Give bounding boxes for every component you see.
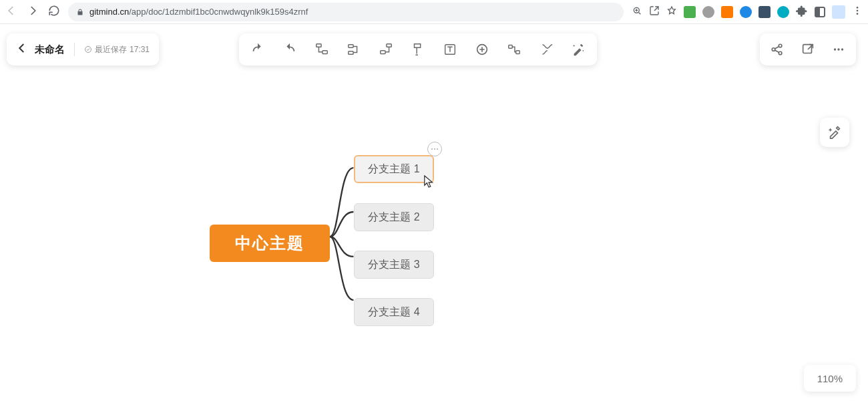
mindmap-canvas[interactable]: 中心主题 分支主题 1 分支主题 2 分支主题 3 分支主题 4 ⋯ bbox=[0, 24, 868, 401]
url-domain: gitmind.cn bbox=[89, 7, 129, 17]
url-bar[interactable]: gitmind.cn/app/doc/1dzmbif1bc0cnwdwqynlk… bbox=[68, 3, 624, 21]
branch-node-4[interactable]: 分支主题 4 bbox=[354, 298, 434, 326]
zoom-level: 110% bbox=[817, 373, 843, 384]
branch-node-3[interactable]: 分支主题 3 bbox=[354, 251, 434, 279]
url-path: /app/doc/1dzmbif1bc0cnwdwqynlk9k159s4zrn… bbox=[129, 7, 308, 17]
extension-icon-2[interactable] bbox=[702, 6, 714, 18]
branch-label: 分支主题 3 bbox=[368, 258, 419, 272]
root-node-label: 中心主题 bbox=[235, 233, 304, 254]
branch-label: 分支主题 1 bbox=[368, 162, 419, 176]
extension-icon-4[interactable] bbox=[740, 6, 752, 18]
profile-avatar[interactable] bbox=[832, 5, 845, 19]
back-button[interactable] bbox=[5, 5, 17, 19]
zoom-indicator[interactable]: 110% bbox=[804, 365, 856, 392]
branch-label: 分支主题 2 bbox=[368, 211, 419, 225]
app-area: 未命名 最近保存 17:31 bbox=[0, 24, 868, 401]
extension-icon-5[interactable] bbox=[758, 6, 771, 18]
extensions-puzzle-icon[interactable] bbox=[796, 5, 808, 19]
chrome-menu-icon[interactable] bbox=[852, 5, 863, 19]
url-text: gitmind.cn/app/doc/1dzmbif1bc0cnwdwqynlk… bbox=[89, 7, 308, 17]
forward-button[interactable] bbox=[27, 5, 39, 19]
browser-action-icons bbox=[632, 5, 863, 19]
svg-point-3 bbox=[857, 13, 859, 15]
svg-point-2 bbox=[857, 9, 859, 11]
extension-icon-3[interactable] bbox=[721, 6, 733, 18]
mouse-cursor-icon bbox=[423, 175, 435, 188]
nav-arrows bbox=[5, 5, 60, 19]
root-node[interactable]: 中心主题 bbox=[210, 225, 330, 262]
extension-icon-1[interactable] bbox=[684, 6, 696, 18]
node-more-handle[interactable]: ⋯ bbox=[427, 142, 442, 156]
extension-icon-6[interactable] bbox=[777, 6, 789, 18]
branch-node-1[interactable]: 分支主题 1 bbox=[354, 155, 434, 183]
lock-icon bbox=[76, 8, 84, 16]
branch-label: 分支主题 4 bbox=[368, 305, 419, 319]
reload-button[interactable] bbox=[48, 5, 60, 19]
branch-node-2[interactable]: 分支主题 2 bbox=[354, 203, 434, 231]
zoom-icon[interactable] bbox=[632, 5, 642, 19]
star-icon[interactable] bbox=[666, 5, 677, 19]
panel-toggle-icon[interactable] bbox=[815, 7, 825, 17]
browser-chrome: gitmind.cn/app/doc/1dzmbif1bc0cnwdwqynlk… bbox=[0, 0, 868, 24]
share-icon[interactable] bbox=[649, 5, 660, 19]
svg-point-1 bbox=[857, 7, 859, 9]
